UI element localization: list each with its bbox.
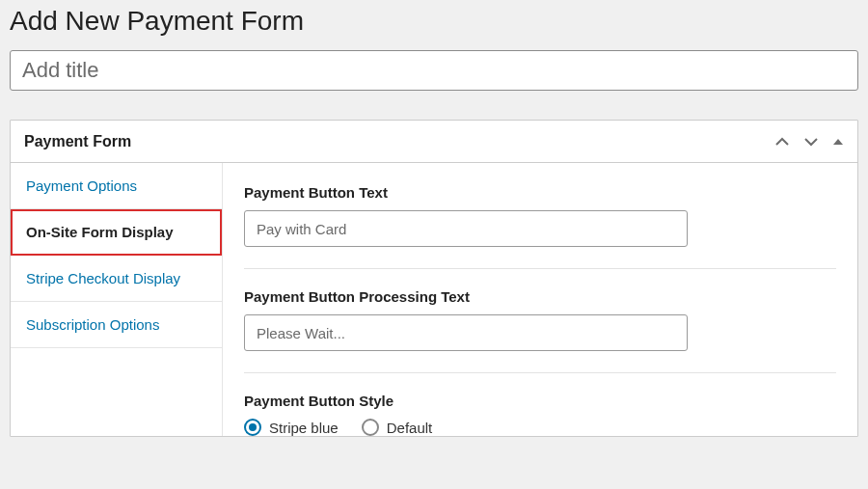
metabox-header: Payment Form	[11, 121, 857, 163]
radio-default[interactable]: Default	[362, 419, 433, 436]
page-title: Add New Payment Form	[10, 6, 858, 37]
settings-content: Payment Button Text Payment Button Proce…	[223, 163, 857, 436]
move-up-icon[interactable]	[774, 136, 790, 148]
tab-payment-options[interactable]: Payment Options	[11, 163, 222, 209]
separator	[244, 268, 836, 269]
settings-tabs: Payment Options On-Site Form Display Str…	[11, 163, 223, 436]
radio-unselected-icon	[362, 419, 379, 436]
radio-stripe-blue[interactable]: Stripe blue	[244, 419, 339, 436]
separator	[244, 372, 836, 373]
radio-label: Stripe blue	[269, 420, 339, 436]
tab-subscription-options[interactable]: Subscription Options	[11, 302, 222, 348]
metabox-title: Payment Form	[24, 133, 131, 150]
radio-label: Default	[387, 420, 433, 436]
payment-button-processing-text-label: Payment Button Processing Text	[244, 288, 836, 305]
tab-stripe-checkout-display[interactable]: Stripe Checkout Display	[11, 256, 222, 302]
tab-on-site-form-display[interactable]: On-Site Form Display	[11, 209, 222, 256]
payment-button-processing-text-input[interactable]	[244, 314, 688, 351]
payment-button-text-input[interactable]	[244, 210, 688, 247]
payment-button-text-label: Payment Button Text	[244, 184, 836, 201]
radio-selected-icon	[244, 419, 261, 436]
payment-form-metabox: Payment Form Payment Options On-Site For…	[10, 120, 858, 437]
collapse-icon[interactable]	[832, 136, 844, 148]
move-down-icon[interactable]	[803, 136, 819, 148]
post-title-input[interactable]	[10, 50, 858, 91]
payment-button-style-label: Payment Button Style	[244, 393, 836, 409]
